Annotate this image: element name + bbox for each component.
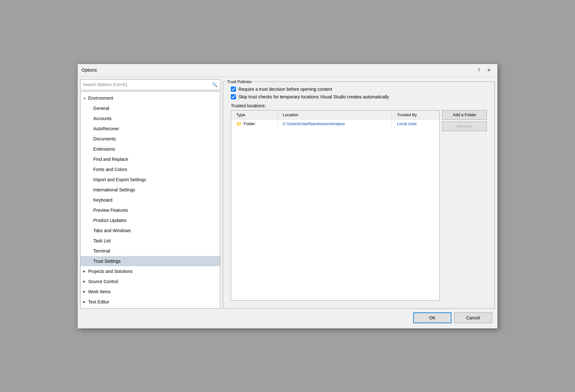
- cell-trusted-by: Local User: [392, 119, 439, 128]
- search-input[interactable]: [81, 82, 209, 87]
- search-icon: 🔍: [209, 82, 220, 87]
- tree-item-product-updates[interactable]: Product Updates: [81, 215, 220, 225]
- tree-item-label: Terminal: [93, 248, 110, 253]
- tree-item-fonts-colors[interactable]: Fonts and Colors: [81, 164, 220, 175]
- tree-item-label: Source Control: [88, 279, 118, 284]
- checkbox-skip-trust[interactable]: [231, 94, 236, 99]
- checkbox-require-trust[interactable]: [231, 87, 236, 92]
- tree-item-label: Documents: [93, 136, 116, 141]
- left-panel: 🔍 ▲ Environment General Accounts: [80, 79, 220, 309]
- tree-item-task-list[interactable]: Task List: [81, 236, 220, 246]
- tree-item-import-export[interactable]: Import and Export Settings: [81, 175, 220, 185]
- trusted-by-value: Local User: [397, 121, 417, 126]
- tree-item-label: International Settings: [93, 187, 135, 192]
- cell-type: 📁 Folder: [231, 119, 277, 128]
- checkbox-row-1: Require a trust decision before opening …: [231, 87, 487, 92]
- tree-item-label: Task List: [93, 238, 110, 243]
- tree-view: ▲ Environment General Accounts AutoRecov…: [80, 91, 220, 309]
- tree-item-trust-settings[interactable]: Trust Settings: [81, 256, 220, 266]
- right-panel: Trust Policies Require a trust decision …: [223, 79, 495, 309]
- location-path: C:\Users\UserName\source\repos: [283, 121, 345, 126]
- tree-item-label: Product Updates: [93, 218, 126, 223]
- tree-item-label: Text Editor: [88, 299, 109, 304]
- trust-policies-group: Trust Policies Require a trust decision …: [223, 79, 495, 309]
- tree-item-find-replace[interactable]: Find and Replace: [81, 154, 220, 164]
- arrow-down-icon: ▲: [83, 96, 88, 100]
- tree-item-keyboard[interactable]: Keyboard: [81, 195, 220, 205]
- locations-table: Type Location Trusted By: [231, 110, 439, 128]
- tree-item-label: Projects and Solutions: [88, 269, 132, 274]
- tree-item-preview-features[interactable]: Preview Features: [81, 205, 220, 215]
- tree-item-international[interactable]: International Settings: [81, 185, 220, 195]
- tree-item-label: Import and Export Settings: [93, 177, 146, 182]
- side-buttons: Add a Folder Remove: [442, 110, 487, 301]
- help-button[interactable]: ?: [474, 66, 483, 74]
- type-cell: 📁 Folder: [236, 121, 272, 126]
- tree-item-text-editor[interactable]: ▶ Text Editor: [81, 297, 220, 307]
- cell-location: C:\Users\UserName\source\repos: [277, 119, 392, 128]
- tree-item-label: Extensions: [93, 146, 115, 152]
- tree-item-label: AutoRecover: [93, 126, 119, 131]
- add-folder-button[interactable]: Add a Folder: [442, 110, 487, 120]
- main-content: 🔍 ▲ Environment General Accounts: [80, 79, 495, 309]
- title-bar: Options ? ✕: [78, 64, 497, 77]
- cancel-button[interactable]: Cancel: [454, 312, 492, 323]
- dialog-body: 🔍 ▲ Environment General Accounts: [78, 77, 497, 328]
- tree-item-label: Fonts and Colors: [93, 167, 127, 172]
- tree-item-accounts[interactable]: Accounts: [81, 113, 220, 124]
- col-location: Location: [277, 110, 392, 119]
- dialog-title: Options: [82, 68, 474, 73]
- close-button[interactable]: ✕: [485, 66, 493, 74]
- policy-section: Require a trust decision before opening …: [226, 84, 492, 102]
- tree-item-label: Preview Features: [93, 208, 128, 213]
- trusted-locations-label: Trusted locations:: [226, 102, 492, 110]
- tree-item-label: Accounts: [93, 116, 112, 121]
- table-header-row: Type Location Trusted By: [231, 110, 439, 119]
- tree-item-projects-solutions[interactable]: ▶ Projects and Solutions: [81, 266, 220, 276]
- tree-item-label: Trust Settings: [93, 259, 121, 264]
- type-label: Folder: [244, 121, 255, 126]
- arrow-right-icon: ▶: [83, 300, 88, 303]
- tree-item-autorecover[interactable]: AutoRecover: [81, 124, 220, 134]
- tree-item-terminal[interactable]: Terminal: [81, 246, 220, 256]
- tree-item-source-control[interactable]: ▶ Source Control: [81, 276, 220, 287]
- locations-area: Type Location Trusted By: [231, 110, 487, 301]
- checkbox-label-2: Skip trust checks for temporary location…: [238, 94, 389, 99]
- search-box: 🔍: [80, 79, 220, 90]
- tree-item-label: Work Items: [88, 289, 111, 294]
- title-bar-controls: ? ✕: [474, 66, 493, 74]
- dialog-footer: OK Cancel: [80, 309, 495, 326]
- spacer: [226, 301, 492, 306]
- arrow-right-icon: ▶: [83, 290, 88, 293]
- ok-button[interactable]: OK: [413, 312, 451, 323]
- tree-item-tabs-windows[interactable]: Tabs and Windows: [81, 225, 220, 236]
- tree-item-label: Keyboard: [93, 197, 112, 203]
- group-legend: Trust Policies: [226, 79, 253, 84]
- arrow-right-icon: ▶: [83, 280, 88, 283]
- col-type: Type: [231, 110, 277, 119]
- tree-item-label: Find and Replace: [93, 157, 128, 162]
- tree-item-general[interactable]: General: [81, 103, 220, 113]
- checkbox-label-1: Require a trust decision before opening …: [238, 87, 332, 92]
- tree-item-documents[interactable]: Documents: [81, 134, 220, 144]
- locations-table-wrap: Type Location Trusted By: [231, 110, 440, 301]
- tree-item-label: Tabs and Windows: [93, 228, 131, 233]
- folder-icon: 📁: [236, 121, 242, 126]
- tree-item-label: General: [93, 106, 109, 111]
- options-dialog: Options ? ✕ 🔍 ▲ Environment: [77, 64, 498, 329]
- tree-item-extensions[interactable]: Extensions: [81, 144, 220, 154]
- checkbox-row-2: Skip trust checks for temporary location…: [231, 94, 487, 99]
- tree-item-environment[interactable]: ▲ Environment: [81, 93, 220, 103]
- remove-button[interactable]: Remove: [442, 122, 487, 131]
- tree-item-label: Environment: [88, 96, 113, 101]
- col-trusted-by: Trusted By: [392, 110, 439, 119]
- tree-item-work-items[interactable]: ▶ Work Items: [81, 287, 220, 297]
- arrow-right-icon: ▶: [83, 269, 88, 273]
- table-row[interactable]: 📁 Folder C:\Users\UserName\source\repos: [231, 119, 439, 128]
